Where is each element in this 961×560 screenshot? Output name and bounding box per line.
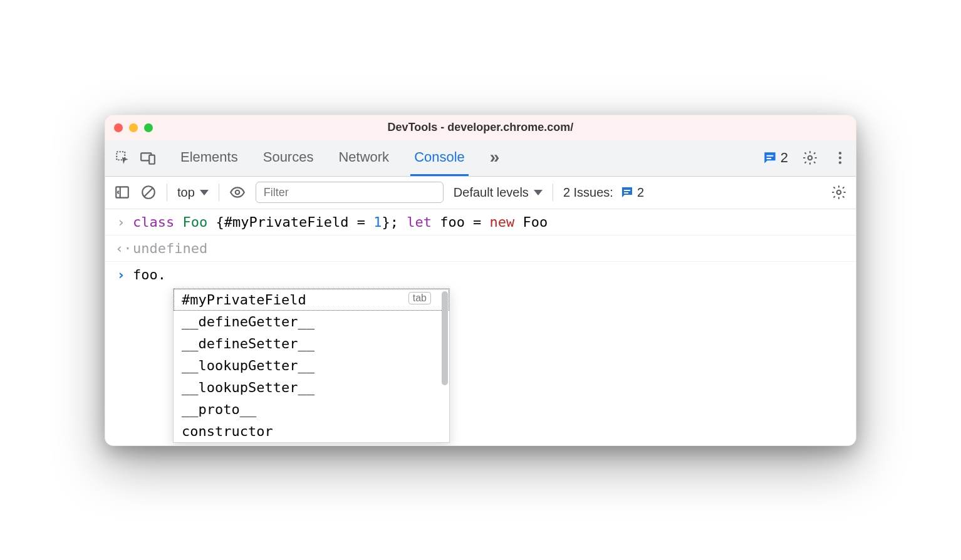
tab-sources[interactable]: Sources	[259, 140, 318, 176]
issues-count: 2	[637, 185, 644, 200]
inspect-element-icon[interactable]	[113, 148, 133, 168]
tab-hint-badge: tab	[408, 292, 431, 304]
window-title: DevTools - developer.chrome.com/	[105, 121, 856, 134]
svg-line-12	[145, 189, 153, 197]
autocomplete-item[interactable]: __lookupGetter__	[174, 355, 449, 376]
context-label: top	[177, 185, 195, 200]
settings-icon[interactable]	[802, 150, 818, 166]
issues-summary[interactable]: 2 Issues: 2	[563, 185, 644, 200]
issues-badge[interactable]: 2	[762, 150, 788, 166]
svg-point-16	[837, 190, 841, 195]
active-input-caret-icon: ›	[115, 267, 127, 283]
log-levels-label: Default levels	[454, 185, 529, 200]
svg-rect-2	[149, 155, 155, 164]
input-caret-icon: ›	[115, 214, 127, 230]
autocomplete-item[interactable]: #myPrivateField tab	[174, 289, 449, 311]
console-output: › class Foo {#myPrivateField = 1}; let f…	[105, 209, 856, 445]
svg-point-13	[236, 190, 240, 195]
tab-console[interactable]: Console	[410, 140, 469, 176]
svg-point-8	[839, 161, 841, 163]
issues-label: 2 Issues:	[563, 185, 613, 200]
autocomplete-item[interactable]: __proto__	[174, 398, 449, 420]
svg-rect-4	[766, 158, 771, 159]
autocomplete-item[interactable]: __defineGetter__	[174, 311, 449, 333]
kebab-menu-icon[interactable]	[832, 150, 848, 166]
titlebar: DevTools - developer.chrome.com/	[105, 115, 856, 140]
show-sidebar-icon[interactable]	[114, 184, 130, 200]
autocomplete-item[interactable]: __lookupSetter__	[174, 376, 449, 398]
svg-rect-15	[624, 192, 628, 194]
autocomplete-popup: #myPrivateField tab __defineGetter__ __d…	[173, 288, 450, 443]
output-caret-icon: ‹·	[115, 241, 127, 256]
console-active-code: foo.	[133, 267, 166, 283]
panel-tabs: Elements Sources Network Console »	[177, 140, 503, 176]
svg-point-6	[839, 152, 841, 154]
console-result: undefined	[133, 241, 207, 256]
autocomplete-scrollbar[interactable]	[442, 291, 448, 385]
chevron-down-icon	[534, 190, 543, 195]
context-selector[interactable]: top	[177, 185, 209, 200]
autocomplete-item[interactable]: __defineSetter__	[174, 333, 449, 355]
svg-point-7	[839, 157, 841, 159]
console-toolbar: top Default levels 2 Issues: 2	[105, 177, 856, 209]
device-toolbar-icon[interactable]	[138, 148, 158, 168]
clear-console-icon[interactable]	[140, 184, 157, 200]
devtools-window: DevTools - developer.chrome.com/ Element…	[105, 115, 856, 446]
svg-rect-3	[766, 155, 773, 157]
tab-elements[interactable]: Elements	[177, 140, 242, 176]
svg-rect-14	[624, 190, 630, 191]
console-active-input-row[interactable]: › foo. #myPrivateField tab __defineGette…	[105, 262, 856, 445]
svg-point-5	[808, 156, 813, 160]
chevron-down-icon	[200, 190, 209, 195]
filter-input[interactable]	[256, 182, 444, 203]
autocomplete-item-label: #myPrivateField	[182, 292, 306, 308]
tab-network[interactable]: Network	[335, 140, 393, 176]
console-settings-icon[interactable]	[831, 184, 847, 200]
autocomplete-item[interactable]: constructor	[174, 420, 449, 442]
console-output-row: ‹· undefined	[105, 236, 856, 262]
issues-badge-count: 2	[781, 150, 788, 166]
log-levels-selector[interactable]: Default levels	[454, 185, 543, 200]
more-tabs-button[interactable]: »	[486, 140, 504, 176]
console-input-row: › class Foo {#myPrivateField = 1}; let f…	[105, 209, 856, 236]
console-code-line: class Foo {#myPrivateField = 1}; let foo…	[133, 214, 548, 230]
live-expression-icon[interactable]	[229, 184, 246, 200]
panel-tabbar: Elements Sources Network Console » 2	[105, 140, 856, 177]
